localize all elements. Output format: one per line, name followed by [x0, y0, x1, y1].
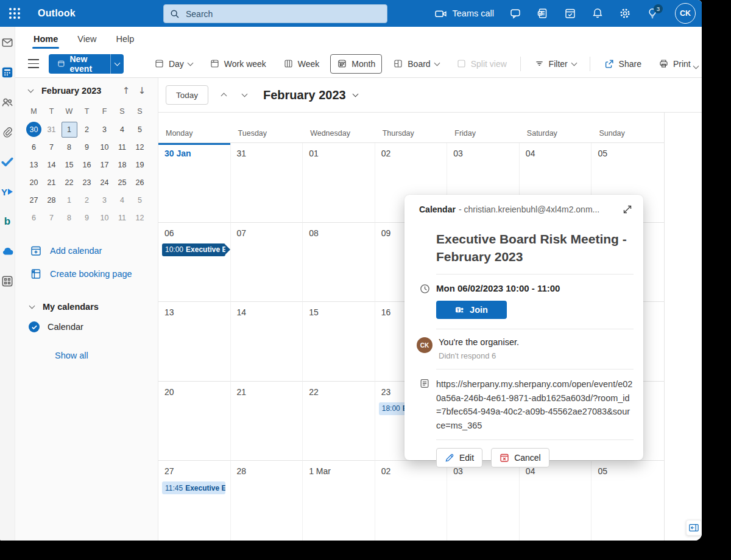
minical-day[interactable]: 31	[43, 121, 60, 138]
next-month-button[interactable]	[234, 85, 255, 105]
rail-todo-button[interactable]	[0, 155, 15, 169]
minical-day[interactable]: 8	[60, 138, 78, 156]
minical-day[interactable]: 19	[131, 156, 149, 173]
minical-day[interactable]: 9	[78, 138, 96, 156]
filter-button[interactable]: Filter	[528, 54, 582, 74]
collapse-ribbon-button[interactable]	[694, 60, 698, 71]
tasks-button[interactable]	[564, 7, 576, 19]
day-cell[interactable]: 07	[231, 223, 303, 303]
minical-day[interactable]: 16	[78, 156, 96, 173]
minical-day[interactable]: 6	[25, 209, 43, 226]
view-board-button[interactable]: Board	[387, 54, 445, 74]
search-input[interactable]	[185, 9, 381, 19]
day-cell[interactable]: 21	[231, 382, 303, 461]
minical-day[interactable]: 7	[43, 209, 60, 226]
toggle-left-pane-button[interactable]	[25, 55, 40, 73]
minical-day[interactable]: 22	[60, 173, 78, 191]
minical-day[interactable]: 9	[78, 209, 96, 226]
share-button[interactable]: Share	[598, 54, 648, 74]
minical-day[interactable]: 23	[78, 173, 96, 191]
day-cell[interactable]: 14	[231, 302, 303, 382]
tips-button[interactable]: 3	[646, 7, 659, 19]
day-cell[interactable]: 31	[231, 143, 303, 223]
minical-day[interactable]: 25	[113, 173, 131, 191]
open-side-panel-button[interactable]	[686, 520, 702, 536]
chat-button[interactable]	[509, 7, 521, 19]
day-cell[interactable]: 0610:00Executive E	[158, 223, 231, 303]
day-cell[interactable]: 30 Jan	[158, 143, 231, 223]
minical-day[interactable]: 26	[131, 173, 149, 191]
view-week-button[interactable]: Week	[277, 54, 326, 74]
rail-calendar-button[interactable]	[0, 65, 15, 80]
day-cell[interactable]: 03	[447, 461, 520, 541]
today-button[interactable]: Today	[166, 85, 208, 105]
minical-day[interactable]: 10	[96, 209, 113, 226]
event-link[interactable]: https://sherpany.my.sherpany.com/open/ev…	[436, 377, 634, 432]
minical-day[interactable]: 4	[113, 121, 131, 138]
minical-day[interactable]: 18	[113, 156, 131, 173]
minical-day[interactable]: 28	[43, 191, 60, 209]
add-calendar-button[interactable]: Add calendar	[25, 240, 158, 262]
minical-day[interactable]: 24	[96, 173, 113, 191]
day-cell[interactable]: 2711:45Executive E	[158, 461, 231, 541]
tab-view[interactable]: View	[69, 28, 105, 49]
day-cell[interactable]: 13	[158, 302, 231, 382]
minical-day[interactable]: 11	[113, 138, 131, 156]
account-avatar[interactable]: CK	[675, 3, 696, 24]
minical-day[interactable]: 3	[96, 191, 113, 209]
previous-month-button[interactable]	[213, 85, 234, 105]
minical-day[interactable]: 11	[113, 209, 131, 226]
event-chip[interactable]: 10:00Executive E	[162, 243, 225, 256]
minical-day[interactable]: 5	[131, 121, 149, 138]
day-cell[interactable]: 08	[303, 223, 375, 303]
minical-day[interactable]: 4	[113, 191, 131, 209]
search-box[interactable]	[163, 4, 387, 23]
new-event-button[interactable]: New event	[49, 54, 124, 74]
event-chip[interactable]: 11:45Executive E	[162, 481, 225, 494]
notifications-button[interactable]	[592, 7, 604, 19]
app-launcher-button[interactable]	[0, 0, 29, 27]
minical-day[interactable]: 5	[131, 191, 149, 209]
minical-next-button[interactable]: ↓	[134, 85, 150, 96]
rail-bookings-button[interactable]: b	[0, 214, 15, 229]
minical-day[interactable]: 7	[43, 138, 60, 156]
teams-call-button[interactable]: Teams call	[434, 7, 495, 20]
day-cell[interactable]: 1 Mar	[303, 461, 375, 541]
view-day-button[interactable]: Day	[148, 54, 199, 74]
minical-title[interactable]: February 2023	[41, 86, 118, 96]
view-month-button[interactable]: Month	[330, 54, 382, 74]
view-work-week-button[interactable]: Work week	[203, 54, 272, 74]
minical-day[interactable]: 12	[131, 209, 149, 226]
tab-help[interactable]: Help	[107, 28, 143, 49]
minical-day[interactable]: 1	[60, 121, 78, 138]
day-cell[interactable]: 20	[158, 382, 231, 461]
collapse-minical-icon[interactable]	[28, 87, 34, 93]
minical-day[interactable]: 27	[25, 191, 43, 209]
my-calendars-section[interactable]: My calendars	[25, 297, 158, 317]
minical-day[interactable]: 13	[25, 156, 43, 173]
day-cell[interactable]: 02	[375, 461, 448, 541]
month-picker[interactable]: February 2023	[263, 88, 358, 102]
minical-day[interactable]: 2	[78, 191, 96, 209]
rail-attachments-button[interactable]	[0, 125, 15, 139]
minical-day[interactable]: 1	[60, 191, 78, 209]
day-cell[interactable]: 28	[231, 461, 303, 541]
rail-people-button[interactable]	[0, 95, 15, 110]
rail-onedrive-button[interactable]	[0, 244, 15, 259]
minical-day[interactable]: 6	[25, 138, 43, 156]
join-meeting-button[interactable]: T Join	[436, 301, 507, 319]
minical-day[interactable]: 30	[25, 121, 43, 138]
minical-day[interactable]: 20	[25, 173, 43, 191]
settings-button[interactable]	[619, 7, 631, 19]
minical-day[interactable]: 15	[60, 156, 78, 173]
print-button[interactable]: Print	[652, 54, 697, 74]
show-all-link[interactable]: Show all	[55, 351, 158, 360]
rail-more-apps-button[interactable]	[0, 274, 15, 289]
minical-day[interactable]: 14	[43, 156, 60, 173]
cancel-event-button[interactable]: Cancel	[491, 448, 549, 467]
rail-yammer-button[interactable]: Y	[0, 184, 15, 199]
day-cell[interactable]: 15	[303, 302, 375, 382]
minical-day[interactable]: 8	[60, 209, 78, 226]
tab-home[interactable]: Home	[25, 28, 66, 49]
minical-day[interactable]: 10	[96, 138, 113, 156]
